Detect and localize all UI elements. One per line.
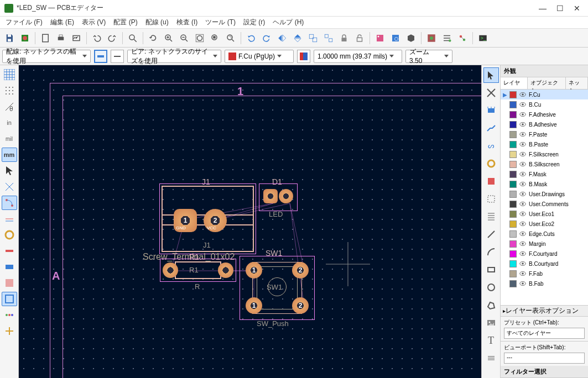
layer-row-f-paste[interactable]: F.Paste <box>501 129 588 139</box>
plot-button[interactable] <box>69 31 84 45</box>
cursor-shape-toggle[interactable] <box>2 164 17 178</box>
print-button[interactable] <box>54 31 68 45</box>
menu-view[interactable]: 表示 (V) <box>79 17 109 28</box>
layer-row-edge-cuts[interactable]: Edge.Cuts <box>501 229 588 239</box>
refresh-button[interactable] <box>146 31 160 45</box>
layer-row-margin[interactable]: Margin <box>501 239 588 249</box>
menu-tools[interactable]: ツール (T) <box>202 17 239 28</box>
viewport-select[interactable]: --- <box>504 353 585 364</box>
add-image-tool[interactable] <box>483 315 499 330</box>
units-mil-button[interactable]: mil <box>2 132 17 146</box>
layer-row-f-fab[interactable]: F.Fab <box>501 269 588 279</box>
save-button[interactable] <box>2 31 17 45</box>
menu-route[interactable]: 配線 (u) <box>142 17 172 28</box>
component-sw1[interactable]: SW1 1 2 1 2 SW1 SW_Push <box>241 258 313 318</box>
layer-row-b-courtyard[interactable]: B.Courtyard <box>501 259 588 269</box>
page-settings-button[interactable] <box>38 31 53 45</box>
layer-row-b-cu[interactable]: B.Cu <box>501 99 588 109</box>
zoom-objects-button[interactable] <box>208 31 222 45</box>
menu-settings[interactable]: 設定 (r) <box>240 17 268 28</box>
draw-poly-tool[interactable] <box>483 297 499 313</box>
add-keepout-tool[interactable] <box>483 209 499 224</box>
outline-mode-toggle[interactable] <box>2 212 17 226</box>
via-size-select[interactable]: ビア: ネットクラスのサイズを使用 <box>127 50 221 63</box>
layer-row-user-eco2[interactable]: User.Eco2 <box>501 219 588 229</box>
show-grid-toggle[interactable] <box>2 67 17 82</box>
drc-button[interactable] <box>424 31 439 45</box>
auto-track-width-toggle[interactable] <box>94 50 107 63</box>
ratsnest-toggle[interactable] <box>2 180 17 194</box>
draw-line-tool[interactable] <box>483 227 499 242</box>
layer-row-user-comments[interactable]: User.Comments <box>501 199 588 209</box>
rotate-cw-button[interactable] <box>259 31 274 45</box>
draw-circle-tool[interactable] <box>483 280 499 295</box>
redo-button[interactable] <box>105 31 119 45</box>
script-console-button[interactable]: >_ <box>476 31 490 45</box>
layer-row-user-drawings[interactable]: User.Drawings <box>501 189 588 199</box>
tab-layers[interactable]: レイヤー <box>501 77 528 89</box>
zoom-in-button[interactable] <box>162 31 176 45</box>
menu-inspect[interactable]: 検査 (I) <box>173 17 201 28</box>
group-button[interactable] <box>306 31 320 45</box>
add-zone-tool[interactable] <box>483 191 499 207</box>
component-j1[interactable]: J1 1 2 GND VCC J1 Screw_Terminal_01x02 <box>162 186 254 252</box>
units-mm-button[interactable]: mm <box>2 148 17 162</box>
footprint-editor-button[interactable] <box>373 31 387 45</box>
mirror-v-button[interactable] <box>290 31 305 45</box>
pad-display-toggle[interactable] <box>2 260 17 274</box>
zoom-selection-button[interactable] <box>223 31 238 45</box>
unlock-button[interactable] <box>352 31 367 45</box>
layer-row-f-adhesive[interactable]: F.Adhesive <box>501 109 588 119</box>
highlight-net-tool[interactable] <box>483 85 499 101</box>
layer-pair-button[interactable] <box>297 50 310 63</box>
minimize-button[interactable]: ― <box>539 4 547 13</box>
tab-objects[interactable]: オブジェクト <box>528 77 566 89</box>
component-d1[interactable]: D1 LED <box>261 186 295 209</box>
undo-button[interactable] <box>90 31 104 45</box>
lock-button[interactable] <box>337 31 351 45</box>
polar-coord-toggle[interactable]: θ <box>2 99 17 114</box>
3d-viewer-button[interactable] <box>404 31 418 45</box>
menu-file[interactable]: ファイル (F) <box>2 17 46 28</box>
route-track-tool[interactable] <box>483 120 499 136</box>
draw-arc-tool[interactable] <box>483 244 499 260</box>
layer-row-f-cu[interactable]: ▶F.Cu <box>501 90 588 99</box>
board-setup-button[interactable] <box>18 31 32 45</box>
component-r1[interactable]: R1 R1 R <box>162 260 235 280</box>
footprint-browser-button[interactable] <box>388 31 403 45</box>
add-via-tool[interactable] <box>483 174 499 189</box>
layer-display-options[interactable]: ▸レイヤー表示オプション <box>501 305 588 316</box>
menu-place[interactable]: 配置 (P) <box>110 17 141 28</box>
contrast-mode-toggle[interactable] <box>2 308 17 322</box>
tab-nets[interactable]: ネット <box>566 77 588 89</box>
layer-row-f-courtyard[interactable]: F.Courtyard <box>501 249 588 259</box>
add-dimension-tool[interactable] <box>483 350 499 366</box>
zoom-out-button[interactable] <box>177 31 191 45</box>
add-text-tool[interactable]: T <box>483 333 499 348</box>
preset-select[interactable]: すべてのレイヤー <box>504 328 585 339</box>
zone-display-toggle[interactable] <box>2 276 17 290</box>
ratsnest-curved-toggle[interactable] <box>2 196 17 210</box>
active-layer-select[interactable]: F.Cu (PgUp) <box>225 50 294 63</box>
tune-length-tool[interactable] <box>483 156 499 171</box>
units-in-button[interactable]: in <box>2 116 17 130</box>
layer-row-f-silkscreen[interactable]: F.Silkscreen <box>501 149 588 159</box>
layer-row-b-mask[interactable]: B.Mask <box>501 179 588 189</box>
zoom-fit-button[interactable] <box>192 31 207 45</box>
select-tool[interactable] <box>483 67 499 83</box>
mirror-h-button[interactable] <box>275 31 289 45</box>
maximize-button[interactable]: ☐ <box>556 4 564 13</box>
track-display-toggle[interactable] <box>2 244 17 258</box>
rotate-ccw-button[interactable] <box>244 31 258 45</box>
layer-row-b-adhesive[interactable]: B.Adhesive <box>501 119 588 129</box>
place-footprint-tool[interactable] <box>483 103 499 118</box>
layer-row-f-mask[interactable]: F.Mask <box>501 169 588 179</box>
track-width-select[interactable]: 配線: ネットクラスの幅を使用 <box>2 50 91 63</box>
grid-select[interactable]: 1.0000 mm (39.37 mils) <box>314 50 402 63</box>
track-width-b-toggle[interactable] <box>111 50 124 63</box>
layer-row-user-eco1[interactable]: User.Eco1 <box>501 209 588 219</box>
find-button[interactable] <box>126 31 140 45</box>
draw-rect-tool[interactable] <box>483 262 499 277</box>
erc-list-button[interactable] <box>440 31 454 45</box>
zoom-select[interactable]: ズーム 3.50 <box>405 50 452 63</box>
